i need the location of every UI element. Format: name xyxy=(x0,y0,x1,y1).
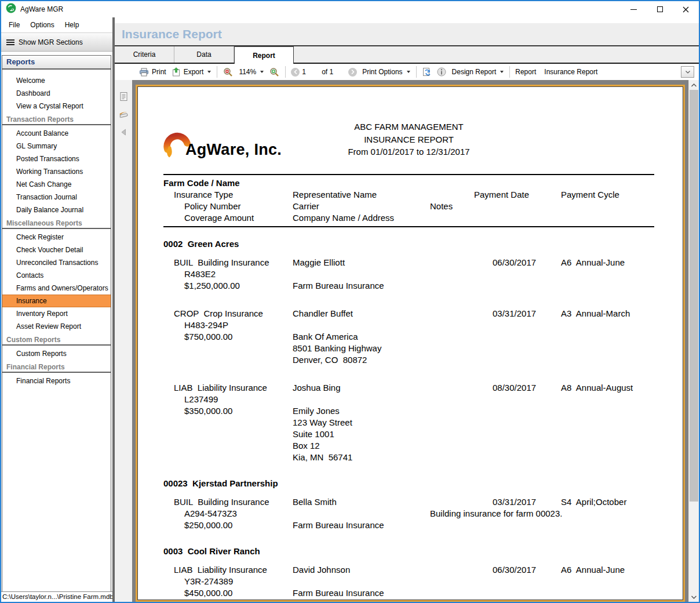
entry-company-name: Farm Bureau Insurance xyxy=(293,520,384,530)
main-top-gap xyxy=(115,17,699,23)
sidebar-item-dashboard[interactable]: Dashboard xyxy=(2,87,111,100)
entry-representative: Joshua Bing xyxy=(293,383,341,393)
sidebar-item-asset-review-report[interactable]: Asset Review Report xyxy=(2,320,111,333)
column-insurance-type: Insurance Type xyxy=(174,190,233,199)
sidebar-item-daily-balance-journal[interactable]: Daily Balance Journal xyxy=(2,204,111,216)
search-pen-icon[interactable] xyxy=(118,110,129,120)
sidebar-item-welcome[interactable]: Welcome xyxy=(2,74,111,87)
column-notes: Notes xyxy=(430,201,453,211)
sidebar-item-inventory-report[interactable]: Inventory Report xyxy=(2,307,111,320)
page-count-label: of 1 xyxy=(322,68,346,76)
maximize-icon xyxy=(657,6,663,12)
vertical-scrollbar[interactable] xyxy=(688,80,699,602)
show-mgr-sections-button[interactable]: Show MGR Sections xyxy=(1,32,112,52)
report-page-content: AgWare, Inc. ABC FARM MANAGEMENT INSURAN… xyxy=(137,86,683,600)
menu-bar: File Options Help xyxy=(1,17,112,32)
report-page: AgWare, Inc. ABC FARM MANAGEMENT INSURAN… xyxy=(136,85,685,602)
sidebar-item-account-balance[interactable]: Account Balance xyxy=(2,127,111,140)
sidebar-item-net-cash-change[interactable]: Net Cash Change xyxy=(2,178,111,191)
menu-help[interactable]: Help xyxy=(60,21,85,29)
zoom-in-button[interactable] xyxy=(267,66,282,78)
entry-coverage-amount: $1,250,000.00 xyxy=(184,281,240,290)
export-button[interactable]: Export xyxy=(169,66,214,78)
report-selector-dropdown[interactable] xyxy=(681,66,694,78)
sidebar-item-check-voucher-detail[interactable]: Check Voucher Detail xyxy=(2,244,111,256)
insurance-entry: BUIL Building Insurance Maggie Elliott 0… xyxy=(163,257,654,292)
entry-payment-cycle: A6 Annual-June xyxy=(561,565,625,575)
sidebar-item-unreconciled-transactions[interactable]: Unreconciled Transactions xyxy=(2,256,111,269)
sidebar-item-contacts[interactable]: Contacts xyxy=(2,269,111,282)
minimize-button[interactable] xyxy=(621,1,647,17)
report-title: INSURANCE REPORT xyxy=(163,133,654,146)
tab-criteria[interactable]: Criteria xyxy=(115,46,174,63)
sidebar-item-transaction-journal[interactable]: Transaction Journal xyxy=(2,191,111,204)
close-button[interactable] xyxy=(673,1,699,17)
export-dropdown-caret-icon xyxy=(207,71,211,73)
menu-file[interactable]: File xyxy=(3,21,25,29)
entry-payment-date: 06/30/2017 xyxy=(493,565,536,575)
entry-company-name: Bank Of America xyxy=(293,332,358,342)
entry-policy-number: A294-5473Z3 xyxy=(184,508,237,518)
sidebar-item-working-transactions[interactable]: Working Transactions xyxy=(2,165,111,178)
page-title: Insurance Report xyxy=(122,27,222,41)
column-carrier: Carrier xyxy=(293,201,319,211)
entry-coverage-amount: $750,000.00 xyxy=(184,332,232,342)
tab-data[interactable]: Data xyxy=(174,46,234,63)
toggle-group-tree-button[interactable] xyxy=(420,66,434,78)
page-refresh-icon xyxy=(422,67,431,77)
section-financial-reports: Financial Reports xyxy=(2,361,111,373)
sidebar-item-farms-and-owners-operators[interactable]: Farms and Owners/Operators xyxy=(2,282,111,295)
show-mgr-sections-label: Show MGR Sections xyxy=(19,38,83,46)
entry-payment-date: 08/30/2017 xyxy=(493,383,536,393)
zoom-out-button[interactable] xyxy=(220,66,236,78)
sidebar-item-custom-reports[interactable]: Custom Reports xyxy=(2,347,111,360)
entry-payment-cycle: A3 Annual-March xyxy=(561,308,630,318)
section-transaction-reports: Transaction Reports xyxy=(2,114,111,125)
sidebar-item-check-register[interactable]: Check Register xyxy=(2,231,111,244)
entry-representative: David Johnson xyxy=(293,565,350,575)
report-company-name: ABC FARM MANAGEMENT xyxy=(163,121,654,133)
previous-page-button[interactable] xyxy=(291,68,300,77)
sidebar-item-view-a-crystal-report[interactable]: View a Crystal Report xyxy=(2,100,111,112)
entry-payment-date: 03/31/2017 xyxy=(493,308,536,318)
export-label: Export xyxy=(184,68,204,76)
print-button[interactable]: Print xyxy=(136,67,169,78)
minimize-icon xyxy=(630,9,637,10)
column-payment-date: Payment Date xyxy=(474,190,529,199)
column-representative-name: Representative Name xyxy=(293,190,377,199)
entry-insurance-type: BUIL Building Insurance xyxy=(174,257,269,267)
reports-panel-header: Reports xyxy=(2,56,111,70)
chevron-up-icon xyxy=(691,83,697,87)
design-report-dropdown[interactable]: Design Report xyxy=(449,67,507,77)
entry-note: Building insurance for farm 00023. xyxy=(430,508,562,518)
maximize-button[interactable] xyxy=(647,1,673,17)
scrollbar-track[interactable] xyxy=(689,90,699,592)
report-name-value: Insurance Report xyxy=(544,68,597,76)
entry-address-line: Box 12 xyxy=(293,441,320,451)
zoom-level-dropdown[interactable]: 114% xyxy=(236,67,267,77)
sidebar-item-gl-summary[interactable]: GL Summary xyxy=(2,140,111,152)
sidebar-item-financial-reports[interactable]: Financial Reports xyxy=(2,375,111,387)
report-toolbar: Print Export xyxy=(115,64,699,80)
hamburger-icon xyxy=(6,39,14,45)
entry-company-name: Emily Jones xyxy=(293,406,340,416)
export-icon xyxy=(172,67,181,77)
scroll-up-button[interactable] xyxy=(689,80,699,90)
section-miscellaneous-reports: Miscellaneous Reports xyxy=(2,217,111,229)
next-page-button[interactable] xyxy=(348,68,357,77)
parameters-panel-icon[interactable] xyxy=(119,92,128,101)
entry-insurance-type: LIAB Liability Insurance xyxy=(174,383,267,393)
scrollbar-thumb[interactable] xyxy=(690,90,698,502)
zoom-out-icon xyxy=(223,67,233,77)
collapse-panel-icon[interactable] xyxy=(121,129,126,136)
scroll-down-button[interactable] xyxy=(689,592,699,602)
menu-options[interactable]: Options xyxy=(25,21,59,29)
zoom-in-icon xyxy=(269,67,279,77)
print-options-dropdown[interactable]: Print Options xyxy=(359,67,413,77)
close-icon xyxy=(683,6,689,13)
tab-report[interactable]: Report xyxy=(234,46,294,64)
report-info-button[interactable] xyxy=(434,66,449,78)
sidebar-item-insurance[interactable]: Insurance xyxy=(2,295,111,307)
sidebar-item-posted-transactions[interactable]: Posted Transactions xyxy=(2,152,111,165)
entry-policy-number: R483E2 xyxy=(184,269,216,279)
